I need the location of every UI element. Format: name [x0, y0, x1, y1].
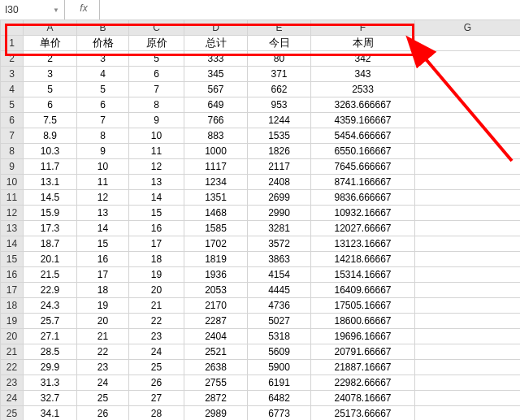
cell[interactable]: 16409.66667: [311, 283, 415, 298]
cell[interactable]: 16: [77, 252, 129, 267]
row-header[interactable]: 10: [1, 175, 24, 190]
cell[interactable]: 883: [184, 128, 248, 144]
cell[interactable]: 18: [129, 252, 184, 267]
cell[interactable]: 22.9: [24, 283, 77, 298]
fx-icon[interactable]: fx: [73, 0, 100, 19]
cell[interactable]: 原价: [129, 36, 184, 51]
cell[interactable]: 24078.16667: [311, 391, 415, 406]
cell[interactable]: 4: [77, 67, 129, 82]
cell[interactable]: 2755: [184, 375, 248, 391]
cell[interactable]: 15.9: [24, 206, 77, 221]
column-header-F[interactable]: F: [311, 20, 415, 36]
cell[interactable]: 3263.666667: [311, 97, 415, 113]
cell[interactable]: [415, 236, 521, 252]
cell[interactable]: 3863: [248, 252, 311, 267]
cell[interactable]: 345: [184, 67, 248, 82]
cell[interactable]: 14218.66667: [311, 252, 415, 267]
cell[interactable]: 4154: [248, 267, 311, 283]
cell[interactable]: [415, 128, 521, 144]
cell[interactable]: 26: [77, 406, 129, 421]
cell[interactable]: 总计: [184, 36, 248, 51]
row-header[interactable]: 5: [1, 97, 24, 113]
cell[interactable]: [415, 206, 521, 221]
cell[interactable]: 4359.166667: [311, 113, 415, 128]
cell[interactable]: [415, 391, 521, 406]
cell[interactable]: 本周: [311, 36, 415, 51]
cell[interactable]: [415, 144, 521, 159]
cell[interactable]: 2117: [248, 159, 311, 175]
column-header-E[interactable]: E: [248, 20, 311, 36]
column-header-A[interactable]: A: [24, 20, 77, 36]
cell[interactable]: 价格: [77, 36, 129, 51]
cell[interactable]: 3572: [248, 236, 311, 252]
cell[interactable]: 3: [24, 67, 77, 82]
cell[interactable]: 2638: [184, 360, 248, 375]
cell[interactable]: 22: [129, 314, 184, 329]
cell[interactable]: 5: [24, 82, 77, 97]
cell[interactable]: 7: [77, 113, 129, 128]
cell[interactable]: 5318: [248, 329, 311, 344]
cell[interactable]: 24.3: [24, 298, 77, 314]
cell[interactable]: 6773: [248, 406, 311, 421]
cell[interactable]: 21.5: [24, 267, 77, 283]
cell[interactable]: 5900: [248, 360, 311, 375]
cell[interactable]: 8: [77, 128, 129, 144]
name-box[interactable]: I30 ▼: [0, 0, 65, 19]
cell[interactable]: 28.5: [24, 344, 77, 360]
cell[interactable]: 10: [129, 128, 184, 144]
cell[interactable]: 8741.166667: [311, 175, 415, 190]
cell[interactable]: 766: [184, 113, 248, 128]
column-header-D[interactable]: D: [184, 20, 248, 36]
cell[interactable]: 6: [129, 67, 184, 82]
cell[interactable]: [415, 82, 521, 97]
cell[interactable]: 1535: [248, 128, 311, 144]
cell[interactable]: 9: [129, 113, 184, 128]
cell[interactable]: 14: [77, 221, 129, 236]
cell[interactable]: 9: [77, 144, 129, 159]
cell[interactable]: 22982.66667: [311, 375, 415, 391]
cell[interactable]: 11: [77, 175, 129, 190]
cell[interactable]: 15: [129, 206, 184, 221]
cell[interactable]: 2: [24, 51, 77, 67]
row-header[interactable]: 9: [1, 159, 24, 175]
cell[interactable]: 1826: [248, 144, 311, 159]
cell[interactable]: [415, 36, 521, 51]
cell[interactable]: 17: [77, 267, 129, 283]
cell[interactable]: 649: [184, 97, 248, 113]
row-header[interactable]: 8: [1, 144, 24, 159]
cell[interactable]: 18: [77, 283, 129, 298]
row-header[interactable]: 3: [1, 67, 24, 82]
cell[interactable]: 2521: [184, 344, 248, 360]
cell[interactable]: 21: [77, 329, 129, 344]
formula-input[interactable]: [100, 0, 520, 19]
cell[interactable]: 6: [24, 97, 77, 113]
row-header[interactable]: 17: [1, 283, 24, 298]
cell[interactable]: 20: [129, 283, 184, 298]
cell[interactable]: 2533: [311, 82, 415, 97]
column-header-G[interactable]: G: [415, 20, 521, 36]
cell[interactable]: 11.7: [24, 159, 77, 175]
cell[interactable]: 2872: [184, 391, 248, 406]
cell[interactable]: 31.3: [24, 375, 77, 391]
spreadsheet-grid[interactable]: ABCDEFG 1单价价格原价总计今日本周2235333803423346345…: [0, 19, 520, 420]
row-header[interactable]: 2: [1, 51, 24, 67]
cell[interactable]: 7: [129, 82, 184, 97]
cell[interactable]: 342: [311, 51, 415, 67]
cell[interactable]: 32.7: [24, 391, 77, 406]
cell[interactable]: 4445: [248, 283, 311, 298]
cell[interactable]: 13.1: [24, 175, 77, 190]
cell[interactable]: 7.5: [24, 113, 77, 128]
cell[interactable]: 953: [248, 97, 311, 113]
cell[interactable]: 567: [184, 82, 248, 97]
cell[interactable]: [415, 283, 521, 298]
cell[interactable]: 1117: [184, 159, 248, 175]
cell[interactable]: 25173.66667: [311, 406, 415, 421]
cell[interactable]: 2699: [248, 190, 311, 206]
cell[interactable]: 25: [77, 391, 129, 406]
cell[interactable]: 12: [129, 159, 184, 175]
cell[interactable]: 6191: [248, 375, 311, 391]
cell[interactable]: 15314.16667: [311, 267, 415, 283]
cell[interactable]: 5609: [248, 344, 311, 360]
cell[interactable]: 10932.16667: [311, 206, 415, 221]
cell[interactable]: 2989: [184, 406, 248, 421]
